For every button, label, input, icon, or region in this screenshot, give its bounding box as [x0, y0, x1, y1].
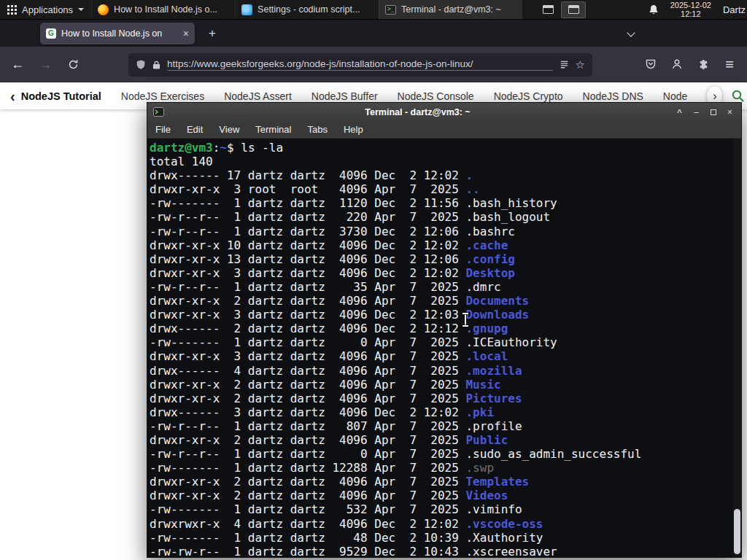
terminal-title-bar[interactable]: Terminal - dartz@vm3: ~ ^ – ×: [147, 103, 741, 121]
terminal-shade-button[interactable]: ^: [671, 103, 688, 121]
menu-help[interactable]: Help: [336, 124, 371, 135]
new-tab-button[interactable]: +: [203, 24, 222, 43]
window-tray-icon[interactable]: [543, 5, 554, 14]
site-nav-item-buffer[interactable]: NodeJS Buffer: [311, 90, 378, 102]
taskbar-window-firefox[interactable]: How to Install Node.js o...: [91, 0, 235, 19]
pocket-button[interactable]: [639, 52, 662, 76]
bookmark-star-icon[interactable]: ☆: [576, 58, 585, 71]
lock-icon: [152, 60, 160, 70]
site-nav-prev-button[interactable]: ‹: [10, 89, 15, 104]
menu-tabs[interactable]: Tabs: [299, 124, 335, 135]
terminal-line: -rw-r--r-- 1 dartz dartz 3730 Dec 2 12:0…: [150, 225, 741, 238]
terminal-line: -rw-r--r-- 1 dartz dartz 807 Apr 7 2025 …: [150, 419, 741, 433]
terminal-window-title: Terminal - dartz@vm3: ~: [164, 107, 671, 117]
terminal-output[interactable]: dartz@vm3:~$ ls -latotal 140drwx------ 1…: [147, 139, 741, 557]
desktop: Applications How to Install Node.js o...…: [0, 0, 747, 560]
applications-label: Applications: [22, 4, 73, 15]
system-tray: [543, 1, 586, 18]
taskbar-window-terminal[interactable]: >_ Terminal - dartz@vm3: ~: [379, 0, 522, 19]
firefox-icon: [98, 4, 109, 15]
terminal-icon: [153, 107, 164, 117]
taskbar-window-label: Settings - codium script...: [258, 4, 360, 15]
account-button[interactable]: [665, 52, 689, 76]
clock-date: 2025-12-02: [670, 1, 711, 9]
url-text: https://www.geeksforgeeks.org/node-js/in…: [167, 58, 553, 71]
browser-toolbar: ← → https://www.geeksforgeeks.org/node-j…: [0, 47, 747, 82]
terminal-line: drwx------ 3 dartz dartz 4096 Dec 2 12:0…: [150, 405, 741, 419]
terminal-line: drwxr-xr-x 3 dartz dartz 4096 Apr 7 2025…: [150, 349, 741, 363]
site-nav-item-exercises[interactable]: NodeJS Exercises: [121, 90, 204, 102]
terminal-line: -rw------- 1 dartz dartz 1120 Dec 2 11:5…: [150, 196, 741, 210]
scrollbar-thumb[interactable]: [734, 509, 740, 554]
notification-bell-button[interactable]: [649, 4, 659, 15]
list-all-tabs-button[interactable]: [622, 27, 640, 42]
reload-icon: [68, 59, 79, 70]
terminal-line: drwxr-xr-x 3 dartz dartz 4096 Dec 2 12:0…: [150, 266, 741, 280]
site-search-button[interactable]: [731, 89, 745, 103]
terminal-maximize-button[interactable]: [705, 103, 721, 121]
reload-button[interactable]: [61, 52, 85, 76]
terminal-line: drwxr-xr-x 2 dartz dartz 4096 Apr 7 2025…: [150, 294, 741, 308]
terminal-line: drwxr-xr-x 3 dartz dartz 4096 Dec 2 12:0…: [150, 308, 741, 322]
back-button[interactable]: ←: [6, 52, 29, 76]
browser-tab-bar: G How to Install Node.js on × +: [0, 20, 747, 47]
tab-close-button[interactable]: ×: [183, 28, 189, 39]
site-nav-item-crypto[interactable]: NodeJS Crypto: [494, 90, 563, 102]
taskbar-window-label: How to Install Node.js o...: [114, 4, 217, 15]
terminal-icon: >_: [385, 5, 396, 15]
panel-username: Dartz: [723, 4, 746, 15]
terminal-line: -rw------- 1 dartz dartz 0 Apr 7 2025 .I…: [150, 335, 741, 349]
taskbar-window-codium[interactable]: Settings - codium script...: [235, 0, 379, 19]
terminal-line: drwxr-xr-x 2 dartz dartz 4096 Apr 7 2025…: [150, 433, 741, 447]
terminal-line: drwxr-xr-x 2 dartz dartz 4096 Apr 7 2025…: [150, 392, 741, 405]
terminal-line: -rw-r--r-- 1 dartz dartz 220 Apr 7 2025 …: [150, 210, 741, 224]
browser-tab[interactable]: G How to Install Node.js on ×: [40, 23, 195, 44]
terminal-window: Terminal - dartz@vm3: ~ ^ – × File Edit …: [147, 102, 742, 558]
menu-file[interactable]: File: [147, 124, 179, 135]
site-nav-item-node[interactable]: Node: [663, 90, 687, 102]
url-bar[interactable]: https://www.geeksforgeeks.org/node-js/in…: [128, 53, 592, 77]
terminal-line: drwx------ 17 dartz dartz 4096 Dec 2 12:…: [150, 168, 741, 182]
chevron-down-icon: [627, 28, 635, 36]
terminal-line: drwxr-xr-x 2 dartz dartz 4096 Apr 7 2025…: [150, 489, 741, 502]
terminal-scrollbar[interactable]: [733, 139, 741, 557]
terminal-line: drwxr-xr-x 2 dartz dartz 4096 Apr 7 2025…: [150, 475, 741, 489]
applications-menu-button[interactable]: Applications: [0, 0, 91, 19]
terminal-line: -rw-r--r-- 1 dartz dartz 0 Apr 7 2025 .s…: [150, 447, 741, 461]
site-nav-item-tutorial[interactable]: NodeJS Tutorial: [21, 90, 101, 102]
forward-button[interactable]: →: [34, 52, 57, 76]
clock-time: 12:12: [670, 9, 711, 18]
tracking-protection-shield-icon: [136, 59, 146, 70]
codium-icon: [241, 4, 252, 15]
terminal-line: drwxrwxr-x 4 dartz dartz 4096 Dec 2 12:0…: [150, 517, 741, 531]
terminal-line: -rw-r--r-- 1 dartz dartz 35 Apr 7 2025 .…: [150, 280, 741, 294]
menu-edit[interactable]: Edit: [179, 124, 211, 135]
terminal-minimize-button[interactable]: –: [688, 103, 705, 121]
search-icon: [731, 89, 745, 103]
taskbar-window-label: Terminal - dartz@vm3: ~: [401, 4, 501, 15]
extensions-button[interactable]: [692, 52, 715, 76]
site-nav-item-dns[interactable]: NodeJS DNS: [583, 90, 643, 102]
terminal-line: drwxr-xr-x 3 root root 4096 Apr 7 2025 .…: [150, 182, 741, 196]
browser-menu-button[interactable]: ≡: [718, 52, 741, 76]
account-icon: [671, 58, 683, 70]
panel-clock[interactable]: 2025-12-02 12:12: [670, 1, 711, 18]
top-panel: Applications How to Install Node.js o...…: [0, 0, 747, 20]
terminal-line: -rw------- 1 dartz dartz 12288 Apr 7 202…: [150, 461, 741, 475]
terminal-line: -rw------- 1 dartz dartz 48 Dec 2 10:39 …: [150, 531, 741, 545]
site-favicon: G: [46, 28, 56, 39]
terminal-line: dartz@vm3:~$ ls -la: [150, 141, 741, 155]
terminal-line: drwxr-xr-x 13 dartz dartz 4096 Dec 2 12:…: [150, 252, 741, 266]
reader-mode-icon[interactable]: [560, 60, 569, 69]
bell-icon: [649, 4, 659, 15]
extensions-puzzle-icon: [698, 59, 709, 70]
site-nav-item-assert[interactable]: NodeJS Assert: [224, 90, 292, 102]
terminal-line: total 140: [150, 155, 741, 168]
site-nav-item-console[interactable]: NodeJS Console: [398, 90, 474, 102]
terminal-tray-button[interactable]: [561, 1, 586, 18]
terminal-line: drwxr-xr-x 2 dartz dartz 4096 Apr 7 2025…: [150, 378, 741, 392]
menu-view[interactable]: View: [211, 124, 247, 135]
menu-terminal[interactable]: Terminal: [247, 124, 299, 135]
terminal-close-button[interactable]: ×: [721, 103, 738, 121]
terminal-tray-icon: [568, 5, 579, 14]
